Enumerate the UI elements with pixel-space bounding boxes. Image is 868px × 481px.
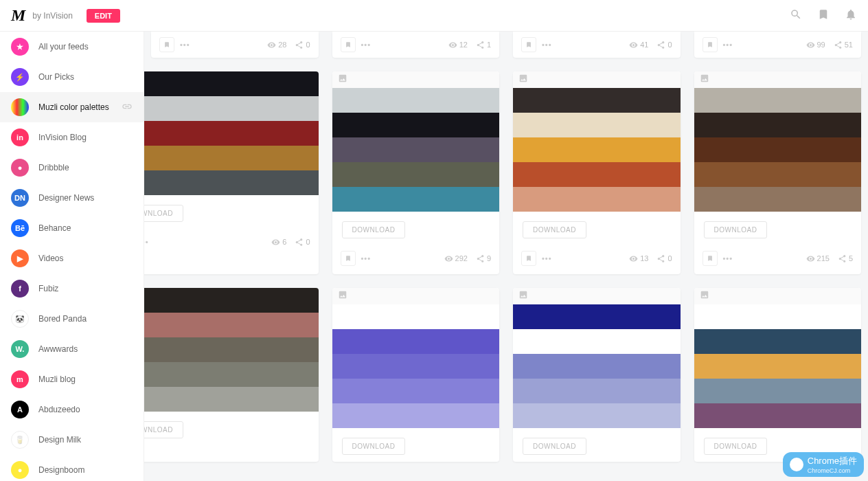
search-icon[interactable] xyxy=(790,8,802,23)
sidebar-item-awwwards[interactable]: W.Awwwards xyxy=(0,334,144,364)
color-swatch xyxy=(332,88,500,113)
sidebar-item-label: InVision Blog xyxy=(38,133,87,142)
sidebar-icon: 🥛 xyxy=(11,431,29,449)
sidebar-item-label: Videos xyxy=(38,254,63,263)
palette xyxy=(513,88,681,212)
color-swatch xyxy=(694,88,862,113)
color-swatch xyxy=(332,113,500,137)
shares-stat: 0 xyxy=(295,41,310,49)
logo: M xyxy=(11,6,25,25)
sidebar-icon: DN xyxy=(11,189,29,207)
more-icon[interactable]: ••• xyxy=(542,254,552,262)
sidebar-item-label: Fubiz xyxy=(38,284,58,293)
bell-icon[interactable] xyxy=(845,8,857,23)
palette xyxy=(144,71,319,195)
shares-stat: 1 xyxy=(476,41,491,49)
views-stat: 41 xyxy=(629,41,648,49)
download-button[interactable]: DOWNLOAD xyxy=(523,438,586,455)
more-icon[interactable]: ••• xyxy=(723,254,733,262)
views-stat: 99 xyxy=(806,41,825,49)
sidebar-icon: ⚡ xyxy=(11,68,29,86)
sidebar-item-dribbble[interactable]: ●Dribbble xyxy=(0,153,144,183)
card-footer-partial: •••121 xyxy=(332,32,500,58)
card-footer: •••2929 xyxy=(332,245,500,274)
color-swatch xyxy=(144,146,319,170)
palette-card: DOWNLOAD•••2155 xyxy=(694,71,862,274)
sidebar-item-our-picks[interactable]: ⚡Our Picks xyxy=(0,62,144,92)
palette xyxy=(332,88,500,212)
color-swatch xyxy=(694,162,862,187)
sidebar-item-videos[interactable]: ▶Videos xyxy=(0,243,144,273)
download-button[interactable]: DOWNLOAD xyxy=(144,421,183,438)
sidebar-item-label: Behance xyxy=(38,223,71,233)
sidebar-item-muzli-blog[interactable]: mMuzli blog xyxy=(0,364,144,394)
palette xyxy=(694,88,862,212)
sidebar-icon: ▶ xyxy=(11,249,29,267)
bookmark-icon[interactable] xyxy=(817,8,830,23)
more-icon[interactable]: ••• xyxy=(144,238,149,246)
palette-card: DOWNLOAD•••2929 xyxy=(332,71,500,274)
sidebar-item-invision-blog[interactable]: inInVision Blog xyxy=(0,122,144,153)
sidebar-item-behance[interactable]: BēBehance xyxy=(0,213,144,243)
bookmark-button[interactable] xyxy=(341,37,356,52)
color-swatch xyxy=(513,304,681,329)
sidebar-item-designer-news[interactable]: DNDesigner News xyxy=(0,183,144,213)
more-icon[interactable]: ••• xyxy=(542,41,552,49)
color-swatch xyxy=(144,170,319,195)
palette-header xyxy=(513,71,681,88)
sidebar-icon: ★ xyxy=(11,38,29,56)
sidebar-icon: Bē xyxy=(11,219,29,237)
sidebar-icon: f xyxy=(11,280,29,298)
bookmark-button[interactable] xyxy=(703,251,718,266)
download-button[interactable]: DOWNLOAD xyxy=(342,221,406,238)
download-button[interactable]: DOWNLOAD xyxy=(144,205,183,222)
sidebar-item-fubiz[interactable]: fFubiz xyxy=(0,273,144,304)
content: •••280•••121•••410•••9951 DOWNLOAD•••60D… xyxy=(144,32,868,481)
sidebar-item-all-your-feeds[interactable]: ★All your feeds xyxy=(0,32,144,62)
color-swatch xyxy=(332,304,500,329)
color-swatch xyxy=(332,187,500,212)
palette xyxy=(332,304,500,428)
sidebar-item-design-milk[interactable]: 🥛Design Milk xyxy=(0,425,144,455)
snail-icon xyxy=(790,458,803,471)
sidebar-item-muzli-color-palettes[interactable]: Muzli color palettes xyxy=(0,92,144,122)
more-icon[interactable]: ••• xyxy=(361,41,372,49)
shares-stat: 0 xyxy=(656,254,672,263)
color-swatch xyxy=(144,337,319,362)
palette-card: DOWNLOAD•••130 xyxy=(513,71,681,274)
download-button[interactable]: DOWNLOAD xyxy=(704,221,768,238)
color-swatch xyxy=(694,304,862,329)
views-stat: 12 xyxy=(448,41,468,49)
more-icon[interactable]: ••• xyxy=(361,254,372,262)
sidebar-icon: A xyxy=(11,401,29,418)
sidebar-item-designboom[interactable]: ●Designboom xyxy=(0,455,144,481)
more-icon[interactable]: ••• xyxy=(180,41,190,49)
bookmark-button[interactable] xyxy=(341,251,356,266)
shares-stat: 51 xyxy=(834,41,853,49)
color-swatch xyxy=(694,379,862,403)
watermark-title: Chrome插件 xyxy=(808,455,857,467)
color-swatch xyxy=(513,113,681,137)
more-icon[interactable]: ••• xyxy=(723,41,733,49)
color-swatch xyxy=(144,362,319,387)
sidebar-icon: in xyxy=(11,128,29,146)
sidebar-item-abduzeedo[interactable]: AAbduzeedo xyxy=(0,394,144,425)
bookmark-button[interactable] xyxy=(159,37,174,52)
bookmark-button[interactable] xyxy=(521,251,536,266)
sidebar-item-label: Abduzeedo xyxy=(38,405,80,414)
color-swatch xyxy=(332,403,500,428)
download-button[interactable]: DOWNLOAD xyxy=(523,221,586,238)
download-button[interactable]: DOWNLOAD xyxy=(342,438,406,455)
sidebar-icon xyxy=(11,98,29,116)
sidebar-item-bored-panda[interactable]: 🐼Bored Panda xyxy=(0,304,144,334)
download-button[interactable]: DOWNLOAD xyxy=(704,438,768,455)
bookmark-button[interactable] xyxy=(521,37,536,52)
color-swatch xyxy=(144,121,319,146)
image-icon xyxy=(518,74,528,86)
palette xyxy=(694,304,862,428)
color-swatch xyxy=(694,137,862,162)
edit-button[interactable]: EDIT xyxy=(87,9,120,23)
bookmark-button[interactable] xyxy=(703,37,718,52)
sidebar-item-label: Bored Panda xyxy=(38,314,87,324)
color-swatch xyxy=(332,137,500,162)
